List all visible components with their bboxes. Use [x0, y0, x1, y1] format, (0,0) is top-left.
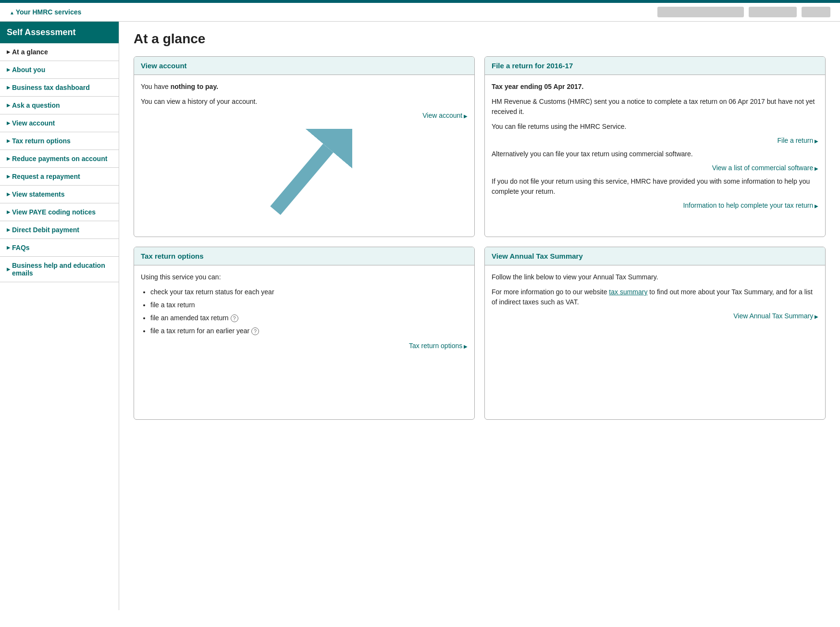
view-annual-tax-summary-link[interactable]: View Annual Tax Summary — [733, 312, 818, 320]
sidebar-item-view-account[interactable]: View account — [0, 114, 119, 132]
page-title: At a glance — [134, 31, 826, 47]
sidebar-item-faqs[interactable]: FAQs — [0, 239, 119, 257]
tax-return-options-card-header: Tax return options — [134, 247, 474, 265]
file-return-card-body: Tax year ending 05 Apr 2017. HM Revenue … — [485, 75, 825, 229]
sidebar-item-at-a-glance[interactable]: At a glance — [0, 43, 119, 61]
file-return-link[interactable]: File a return — [778, 137, 818, 144]
sidebar-item-reduce-payments[interactable]: Reduce payments on account — [0, 150, 119, 168]
view-account-card-title: View account — [141, 62, 187, 70]
view-account-card: View account You have nothing to pay. Yo… — [134, 56, 475, 237]
file-return-para1: HM Revenue & Customs (HMRC) sent you a n… — [492, 97, 818, 117]
commercial-software-link[interactable]: View a list of commercial software — [712, 164, 818, 172]
hmrc-services-link[interactable]: Your HMRC services — [10, 8, 81, 16]
sidebar-item-view-paye[interactable]: View PAYE coding notices — [0, 203, 119, 221]
no-file-text: If you do not file your return using thi… — [492, 176, 818, 197]
bullet-item-0: check your tax return status for each ye… — [150, 287, 468, 297]
header-right — [657, 7, 830, 17]
sidebar-item-direct-debit[interactable]: Direct Debit payment — [0, 221, 119, 239]
view-account-card-body: You have nothing to pay. You can view a … — [134, 75, 474, 237]
sidebar-item-view-statements[interactable]: View statements — [0, 186, 119, 203]
commercial-link-row: View a list of commercial software — [492, 164, 818, 172]
sidebar-link-request-repayment[interactable]: Request a repayment — [7, 173, 112, 180]
sidebar-item-ask-a-question[interactable]: Ask a question — [0, 97, 119, 114]
file-return-card-header: File a return for 2016-17 — [485, 57, 825, 75]
info-link-row: Information to help complete your tax re… — [492, 201, 818, 209]
annual-tax-summary-card-header: View Annual Tax Summary — [485, 247, 825, 265]
tax-return-options-link-row: Tax return options — [141, 342, 468, 350]
annual-tax-summary-card-title: View Annual Tax Summary — [492, 252, 583, 260]
tax-year-bold-text: Tax year ending 05 Apr 2017. — [492, 82, 818, 92]
sidebar-item-business-tax-dashboard[interactable]: Business tax dashboard — [0, 79, 119, 97]
sidebar-item-business-help[interactable]: Business help and education emails — [0, 257, 119, 282]
tax-return-options-card-body: Using this service you can: check your t… — [134, 265, 474, 419]
file-return-card: File a return for 2016-17 Tax year endin… — [484, 56, 826, 237]
arrow-area — [141, 124, 468, 230]
help-icon-2[interactable]: ? — [231, 314, 238, 322]
tax-return-options-link[interactable]: Tax return options — [409, 342, 468, 350]
top-cards-grid: View account You have nothing to pay. Yo… — [134, 56, 826, 237]
nothing-to-pay-bold: nothing to pay. — [171, 83, 218, 90]
alt-text: Alternatively you can file your tax retu… — [492, 149, 818, 159]
annual-tax-para2: For more information go to our website t… — [492, 287, 818, 307]
tax-return-bullets: check your tax return status for each ye… — [150, 287, 468, 336]
header: Your HMRC services — [0, 3, 840, 22]
sidebar-nav: At a glanceAbout youBusiness tax dashboa… — [0, 43, 119, 282]
bullet-item-1: file a tax return — [150, 300, 468, 310]
tax-return-intro: Using this service you can: — [141, 272, 468, 282]
nothing-to-pay-text: You have nothing to pay. — [141, 82, 468, 92]
sidebar-link-business-help[interactable]: Business help and education emails — [7, 262, 112, 277]
sidebar-item-request-repayment[interactable]: Request a repayment — [0, 168, 119, 186]
sidebar: Self Assessment At a glanceAbout youBusi… — [0, 22, 119, 610]
arrow-svg — [256, 129, 352, 225]
sidebar-link-direct-debit[interactable]: Direct Debit payment — [7, 226, 112, 234]
sidebar-link-view-statements[interactable]: View statements — [7, 190, 112, 198]
tax-return-options-card: Tax return options Using this service yo… — [134, 247, 475, 420]
page-layout: Self Assessment At a glanceAbout youBusi… — [0, 22, 840, 610]
bullet-item-3: file a tax return for an earlier year ? — [150, 326, 468, 336]
annual-tax-summary-link-row: View Annual Tax Summary — [492, 312, 818, 320]
sidebar-link-faqs[interactable]: FAQs — [7, 244, 112, 251]
view-history-text: You can view a history of your account. — [141, 97, 468, 107]
view-account-card-header: View account — [134, 57, 474, 75]
view-account-link[interactable]: View account — [422, 112, 468, 119]
sidebar-link-reduce-payments[interactable]: Reduce payments on account — [7, 155, 112, 163]
file-return-link-row: File a return — [492, 137, 818, 144]
main-content: At a glance View account You have nothin… — [119, 22, 840, 610]
sidebar-link-view-account[interactable]: View account — [7, 119, 112, 127]
svg-line-1 — [275, 148, 328, 211]
sidebar-link-tax-return-options[interactable]: Tax return options — [7, 137, 112, 145]
file-return-para2: You can file returns using the HMRC Serv… — [492, 122, 818, 132]
annual-tax-summary-card-body: Follow the link below to view your Annua… — [485, 265, 825, 419]
file-return-card-title: File a return for 2016-17 — [492, 62, 573, 70]
sidebar-link-view-paye[interactable]: View PAYE coding notices — [7, 208, 112, 216]
view-account-link-row: View account — [141, 112, 468, 119]
sidebar-link-about-you[interactable]: About you — [7, 66, 112, 74]
tax-return-options-card-title: Tax return options — [141, 252, 204, 260]
sidebar-item-tax-return-options[interactable]: Tax return options — [0, 132, 119, 150]
tax-summary-link[interactable]: tax summary — [609, 288, 647, 296]
sidebar-link-ask-a-question[interactable]: Ask a question — [7, 101, 112, 109]
bottom-cards-grid: Tax return options Using this service yo… — [134, 247, 826, 420]
bullet-item-2: file an amended tax return ? — [150, 313, 468, 323]
sidebar-link-at-a-glance[interactable]: At a glance — [7, 48, 112, 56]
sidebar-item-about-you[interactable]: About you — [0, 61, 119, 79]
sidebar-link-business-tax-dashboard[interactable]: Business tax dashboard — [7, 84, 112, 91]
info-complete-return-link[interactable]: Information to help complete your tax re… — [683, 201, 818, 209]
user-action-blurred — [749, 7, 797, 17]
annual-tax-summary-card: View Annual Tax Summary Follow the link … — [484, 247, 826, 420]
help-icon-3[interactable]: ? — [251, 327, 259, 335]
user-info-blurred — [657, 7, 744, 17]
annual-tax-para1: Follow the link below to view your Annua… — [492, 272, 818, 282]
user-extra-blurred — [802, 7, 830, 17]
sidebar-header: Self Assessment — [0, 22, 119, 43]
